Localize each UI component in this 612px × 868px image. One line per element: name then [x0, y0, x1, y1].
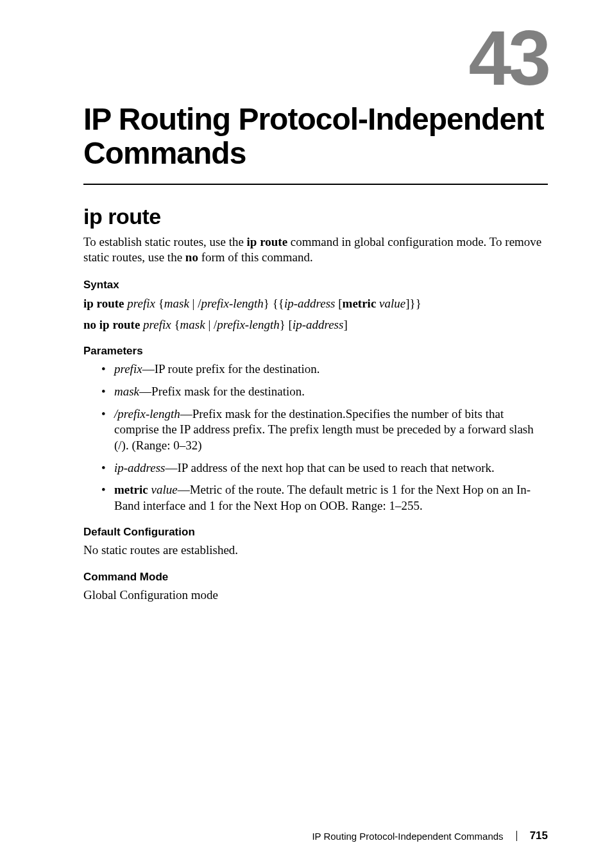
syntax-block: ip route prefix {mask | /prefix-length} … — [83, 295, 548, 333]
syntax2-t3: } [ — [280, 318, 293, 331]
syntax1-t5: ]}} — [405, 297, 421, 310]
parameters-list: prefix—IP route prefix for the destinati… — [101, 361, 548, 514]
param-desc: —Prefix mask for the destination. — [139, 385, 305, 398]
syntax2-p2: mask — [180, 318, 205, 331]
intro-text-1: To establish static routes, use the — [83, 235, 247, 248]
intro-text-3: form of this command. — [198, 250, 313, 264]
syntax1-cmd: ip route — [83, 297, 127, 310]
syntax2-t2: | / — [205, 318, 217, 331]
syntax-line-1: ip route prefix {mask | /prefix-length} … — [83, 295, 548, 313]
list-item: prefix—IP route prefix for the destinati… — [101, 361, 548, 378]
param-term: /prefix-length — [114, 407, 180, 421]
footer-separator — [516, 831, 517, 841]
list-item: ip-address—IP address of the next hop th… — [101, 460, 548, 476]
default-config-heading: Default Configuration — [83, 526, 548, 539]
syntax1-t2: | / — [189, 297, 201, 310]
page-footer: IP Routing Protocol-Independent Commands… — [312, 829, 548, 842]
command-mode-text: Global Configuration mode — [83, 587, 548, 603]
param-desc: —IP route prefix for the destination. — [142, 362, 320, 376]
syntax2-p3: prefix-length — [217, 318, 279, 331]
list-item: metric value—Metric of the route. The de… — [101, 482, 548, 514]
chapter-title: IP Routing Protocol-Independent Commands — [83, 103, 548, 171]
parameters-heading: Parameters — [83, 345, 548, 358]
param-term2: value — [148, 483, 178, 496]
footer-title: IP Routing Protocol-Independent Commands — [312, 831, 503, 842]
list-item: /prefix-length—Prefix mask for the desti… — [101, 406, 548, 454]
syntax1-p5: value — [379, 297, 405, 310]
param-term: mask — [114, 385, 139, 398]
default-config-text: No static routes are established. — [83, 542, 548, 559]
syntax1-t1: { — [155, 297, 164, 310]
syntax2-p1: prefix — [143, 318, 171, 331]
param-term: ip-address — [114, 461, 166, 474]
param-term: prefix — [114, 362, 142, 376]
syntax1-p3: prefix-length — [201, 297, 263, 310]
command-mode-heading: Command Mode — [83, 571, 548, 584]
divider — [83, 184, 548, 185]
syntax-line-2: no ip route prefix {mask | /prefix-lengt… — [83, 317, 548, 334]
syntax2-p4: ip-address — [293, 318, 344, 331]
syntax1-p2: mask — [164, 297, 189, 310]
section-intro: To establish static routes, use the ip r… — [83, 234, 548, 266]
syntax1-t4: [ — [336, 297, 343, 310]
syntax1-p1: prefix — [127, 297, 155, 310]
syntax2-cmd: no ip route — [83, 318, 143, 331]
chapter-number: 43 — [83, 19, 548, 96]
intro-cmd-2: no — [185, 250, 198, 264]
syntax2-t1: { — [171, 318, 180, 331]
list-item: mask—Prefix mask for the destination. — [101, 384, 548, 400]
syntax1-cmd2: metric — [343, 297, 379, 310]
footer-page-number: 715 — [530, 829, 548, 842]
syntax2-t4: ] — [343, 318, 347, 331]
param-term: metric — [114, 483, 148, 496]
syntax-heading: Syntax — [83, 279, 548, 291]
section-title: ip route — [83, 204, 548, 229]
intro-cmd-1: ip route — [247, 235, 288, 248]
syntax1-t3: } {{ — [264, 297, 284, 310]
syntax1-p4: ip-address — [284, 297, 336, 310]
param-desc: —IP address of the next hop that can be … — [166, 461, 495, 474]
